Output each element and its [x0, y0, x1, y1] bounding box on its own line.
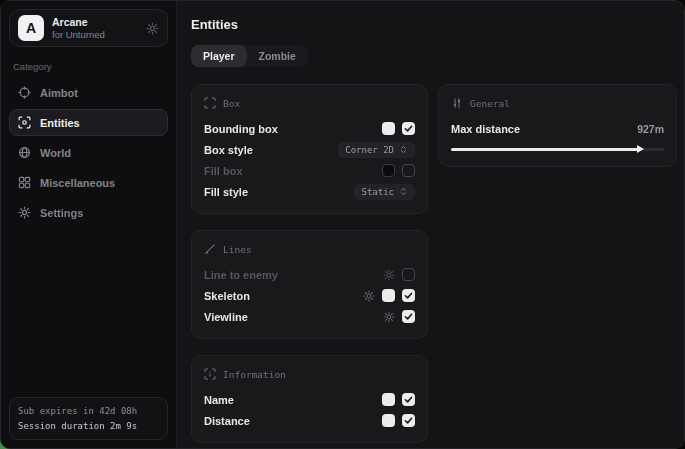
gear-icon[interactable] [146, 22, 159, 35]
gear-icon[interactable] [383, 269, 395, 281]
select-value: Static [361, 187, 394, 197]
app-name: Arcane [52, 16, 105, 29]
setting-label: Distance [204, 415, 382, 427]
sidebar-item-settings[interactable]: Settings [9, 199, 168, 226]
app-logo: A [18, 15, 44, 41]
section-title: Box [223, 98, 240, 109]
box-style-select[interactable]: Corner 2D [338, 142, 415, 158]
page-title: Entities [191, 17, 677, 32]
setting-label: Box style [204, 144, 338, 156]
setting-label: Fill box [204, 165, 382, 177]
color-swatch[interactable] [382, 122, 395, 135]
setting-row-name: Name [204, 389, 415, 410]
grid-icon [18, 176, 31, 189]
app-subtitle: for Unturned [52, 29, 105, 41]
entities-icon [18, 116, 31, 129]
logo-letter: A [26, 20, 36, 36]
checkbox-unchecked[interactable] [402, 268, 415, 281]
setting-label: Max distance [451, 123, 637, 135]
brand-text: Arcane for Unturned [52, 16, 105, 41]
setting-row-max-distance: Max distance 927m [451, 118, 664, 139]
section-title: Information [223, 369, 286, 380]
setting-label: Name [204, 394, 382, 406]
sidebar-item-label: Entities [40, 117, 80, 129]
scan-box-icon [204, 97, 216, 109]
sidebar-item-world[interactable]: World [9, 139, 168, 166]
main-panel: Entities Player Zombie Box Bounding box [177, 1, 685, 448]
section-title: Lines [223, 244, 252, 255]
sidebar-item-label: Aimbot [40, 87, 78, 99]
left-column: Box Bounding box Box style Corne [191, 84, 428, 443]
max-distance-slider[interactable] [451, 144, 664, 155]
lines-card: Lines Line to enemy Skeleton [191, 230, 428, 339]
slider-thumb[interactable] [637, 145, 644, 153]
category-label: Category [13, 61, 164, 72]
sidebar-item-label: Settings [40, 207, 83, 219]
sidebar-item-entities[interactable]: Entities [9, 109, 168, 136]
right-column: General Max distance 927m [438, 84, 677, 167]
checkbox-checked[interactable] [402, 289, 415, 302]
color-swatch[interactable] [382, 164, 395, 177]
crosshair-icon [18, 86, 31, 99]
setting-label: Skeleton [204, 290, 363, 302]
setting-row-box-style: Box style Corner 2D [204, 139, 415, 160]
sliders-icon [451, 97, 463, 109]
sub-expiry-text: Sub expires in 42d 08h [18, 404, 159, 418]
setting-label: Line to enemy [204, 269, 383, 281]
section-title: General [470, 98, 510, 109]
color-swatch[interactable] [382, 393, 395, 406]
lines-card-header: Lines [204, 243, 415, 255]
color-swatch[interactable] [382, 289, 395, 302]
setting-row-bounding-box: Bounding box [204, 118, 415, 139]
information-card: Information Name Distance [191, 355, 428, 443]
checkbox-checked[interactable] [402, 393, 415, 406]
sidebar-item-label: World [40, 147, 71, 159]
checkbox-checked[interactable] [402, 310, 415, 323]
line-icon [204, 243, 216, 255]
general-card-header: General [451, 97, 664, 109]
max-distance-value: 927m [637, 123, 664, 135]
sidebar-item-aimbot[interactable]: Aimbot [9, 79, 168, 106]
box-card-header: Box [204, 97, 415, 109]
globe-icon [18, 146, 31, 159]
session-duration-text: Session duration 2m 9s [18, 419, 159, 433]
fill-style-select[interactable]: Static [354, 184, 415, 200]
setting-row-distance: Distance [204, 410, 415, 431]
sidebar: A Arcane for Unturned Category Aimbot En… [1, 1, 177, 448]
information-card-header: Information [204, 368, 415, 380]
color-swatch[interactable] [382, 414, 395, 427]
gear-icon[interactable] [383, 311, 395, 323]
sidebar-nav: Aimbot Entities World Miscellaneous Sett… [9, 79, 168, 226]
setting-label: Viewline [204, 311, 383, 323]
subscription-status-box: Sub expires in 42d 08h Session duration … [9, 397, 168, 440]
gear-icon [18, 206, 31, 219]
checkbox-checked[interactable] [402, 414, 415, 427]
brand-card: A Arcane for Unturned [9, 9, 168, 47]
app-window: A Arcane for Unturned Category Aimbot En… [0, 0, 685, 449]
gear-icon[interactable] [363, 290, 375, 302]
chevrons-up-down-icon [399, 187, 408, 196]
tab-player[interactable]: Player [191, 45, 247, 67]
checkbox-checked[interactable] [402, 122, 415, 135]
general-card: General Max distance 927m [438, 84, 677, 167]
sidebar-item-label: Miscellaneous [40, 177, 115, 189]
setting-label: Fill style [204, 186, 354, 198]
tab-zombie[interactable]: Zombie [247, 45, 308, 67]
chevrons-up-down-icon [399, 145, 408, 154]
tab-bar: Player Zombie [191, 45, 308, 67]
sidebar-item-miscellaneous[interactable]: Miscellaneous [9, 169, 168, 196]
setting-row-fill-style: Fill style Static [204, 181, 415, 202]
select-value: Corner 2D [345, 145, 394, 155]
checkbox-unchecked[interactable] [402, 164, 415, 177]
setting-row-fill-box: Fill box [204, 160, 415, 181]
box-card: Box Bounding box Box style Corne [191, 84, 428, 214]
slider-fill [451, 148, 638, 151]
setting-row-viewline: Viewline [204, 306, 415, 327]
content-columns: Box Bounding box Box style Corne [191, 84, 677, 443]
info-scan-icon [204, 368, 216, 380]
setting-row-line-to-enemy: Line to enemy [204, 264, 415, 285]
setting-label: Bounding box [204, 123, 382, 135]
setting-row-skeleton: Skeleton [204, 285, 415, 306]
